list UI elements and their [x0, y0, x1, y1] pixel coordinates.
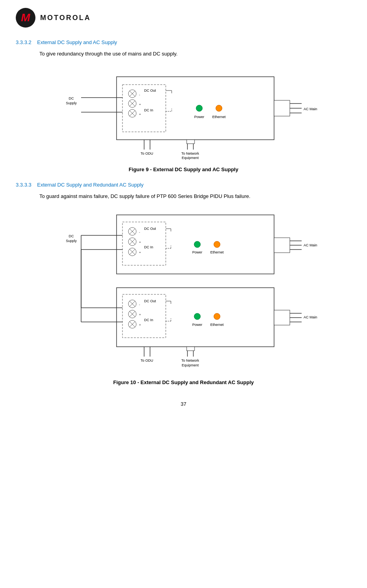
figure9-diagram: DC Out DC In - + + [50, 65, 317, 163]
section-3333: 3.3.3.3 External DC Supply and Redundant… [16, 182, 351, 386]
svg-point-96 [194, 313, 200, 320]
svg-text:+: + [139, 103, 141, 106]
section-3332-body: To give redundancy through the use of ma… [39, 50, 351, 58]
svg-text:DC In: DC In [144, 245, 153, 249]
svg-text:Ethernet: Ethernet [210, 250, 224, 254]
section-3333-heading: 3.3.3.3 External DC Supply and Redundant… [16, 182, 351, 188]
svg-text:Ethernet: Ethernet [212, 115, 226, 119]
svg-point-22 [196, 105, 202, 111]
svg-text:DC Out: DC Out [144, 227, 156, 231]
svg-text:To ODU: To ODU [141, 152, 153, 155]
svg-rect-100 [274, 310, 290, 325]
motorola-wordmark: MOTOROLA [40, 14, 91, 22]
motorola-m-icon: M [21, 11, 30, 24]
section-3332: 3.3.3.2 External DC Supply and AC Supply… [16, 39, 351, 172]
svg-rect-110 [187, 347, 195, 351]
svg-point-65 [214, 241, 220, 248]
svg-text:+: + [139, 251, 141, 254]
svg-text:-: - [139, 303, 140, 306]
svg-text:AC Mains: AC Mains [304, 315, 317, 319]
svg-text:To Network: To Network [181, 152, 199, 155]
svg-point-63 [194, 241, 200, 248]
svg-rect-36 [187, 140, 195, 144]
svg-text:DC: DC [69, 96, 74, 100]
svg-rect-67 [274, 238, 290, 253]
svg-point-98 [214, 313, 220, 320]
svg-text:Ethernet: Ethernet [210, 323, 224, 327]
section-3333-body: To guard against mains failure, DC suppl… [39, 192, 351, 200]
svg-text:Supply: Supply [66, 101, 77, 105]
figure10-container: DC Out DC In - + + DC Supply [16, 207, 351, 376]
svg-text:AC Mains: AC Mains [304, 107, 317, 111]
svg-text:DC In: DC In [144, 318, 153, 322]
dc-out-label: DC Out [144, 89, 156, 92]
dc-in-label: DC In [144, 108, 153, 112]
figure9-caption: Figure 9 - External DC Supply and AC Sup… [16, 166, 351, 172]
svg-text:Supply: Supply [66, 239, 77, 243]
svg-text:DC Out: DC Out [144, 299, 156, 303]
page-number: 37 [16, 401, 351, 407]
svg-text:Equipment: Equipment [182, 156, 199, 160]
svg-text:To ODU: To ODU [141, 359, 153, 362]
svg-text:-: - [139, 230, 140, 234]
svg-text:+: + [139, 323, 141, 327]
svg-text:+: + [139, 240, 141, 244]
svg-text:AC Mains: AC Mains [304, 243, 317, 247]
figure10-caption: Figure 10 - External DC Supply and Redun… [16, 379, 351, 385]
section-3332-heading: 3.3.3.2 External DC Supply and AC Supply [16, 39, 351, 45]
page-header: M MOTOROLA [16, 8, 351, 28]
svg-text:-: - [139, 93, 140, 96]
svg-rect-26 [274, 100, 290, 116]
svg-text:To Network: To Network [181, 359, 199, 362]
svg-text:+: + [139, 313, 141, 316]
figure9-container: DC Out DC In - + + [16, 65, 351, 163]
svg-text:Equipment: Equipment [182, 363, 199, 367]
svg-text:Power: Power [192, 250, 202, 254]
svg-text:Power: Power [194, 115, 204, 119]
svg-point-24 [216, 105, 222, 111]
svg-text:+: + [139, 113, 141, 116]
svg-text:DC: DC [69, 234, 74, 238]
figure10-diagram: DC Out DC In - + + DC Supply [50, 207, 317, 376]
motorola-logo-circle: M [16, 8, 35, 28]
svg-text:Power: Power [192, 323, 202, 327]
